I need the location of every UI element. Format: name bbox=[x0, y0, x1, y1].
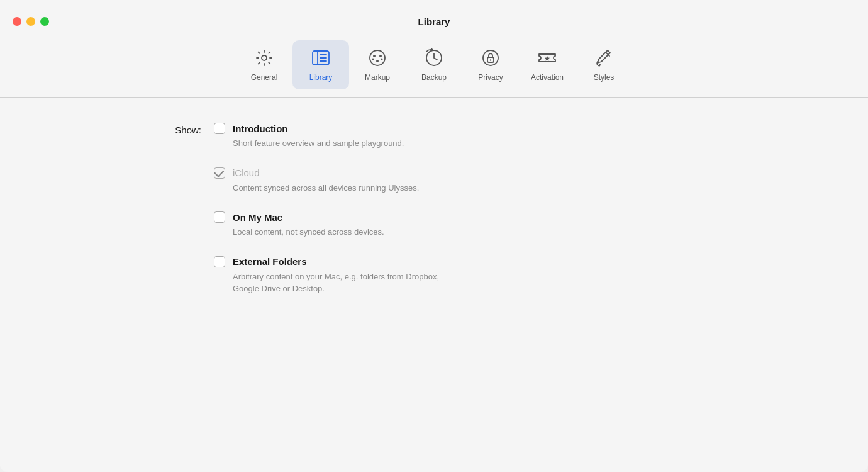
window-title: Library bbox=[418, 16, 450, 27]
introduction-checkbox[interactable] bbox=[214, 123, 225, 134]
tab-library[interactable]: Library bbox=[292, 40, 349, 89]
option-on-my-mac-row: On My Mac bbox=[214, 211, 439, 223]
introduction-desc: Short feature overview and sample playgr… bbox=[214, 137, 439, 150]
tab-privacy[interactable]: Privacy bbox=[462, 40, 519, 89]
icloud-title: iCloud bbox=[233, 167, 260, 178]
app-window: Library General bbox=[0, 0, 868, 472]
minimize-button[interactable] bbox=[26, 17, 35, 26]
option-introduction-row: Introduction bbox=[214, 123, 439, 134]
svg-point-13 bbox=[483, 50, 498, 65]
svg-point-9 bbox=[376, 60, 379, 62]
introduction-title: Introduction bbox=[233, 123, 287, 134]
external-folders-title: External Folders bbox=[233, 256, 307, 267]
ticket-star-icon bbox=[536, 47, 559, 69]
svg-point-11 bbox=[381, 59, 383, 60]
svg-point-8 bbox=[379, 55, 382, 57]
option-on-my-mac: On My Mac Local content, not synced acro… bbox=[214, 211, 439, 239]
svg-point-7 bbox=[373, 55, 376, 57]
option-icloud-row: iCloud bbox=[214, 167, 439, 179]
option-icloud: iCloud Content synced across all devices… bbox=[214, 167, 439, 194]
sidebar-icon bbox=[309, 47, 332, 69]
icloud-desc: Content synced across all devices runnin… bbox=[214, 182, 439, 194]
tab-styles[interactable]: Styles bbox=[576, 40, 632, 89]
gear-icon bbox=[253, 47, 275, 69]
tab-styles-label: Styles bbox=[594, 73, 615, 82]
external-folders-checkbox[interactable] bbox=[214, 256, 225, 267]
palette-icon bbox=[366, 47, 389, 69]
paintbrush-icon bbox=[593, 47, 615, 69]
lock-icon bbox=[479, 47, 502, 69]
svg-point-0 bbox=[262, 55, 267, 60]
tab-markup[interactable]: Markup bbox=[349, 40, 406, 89]
tab-backup-label: Backup bbox=[421, 73, 447, 82]
tab-general[interactable]: General bbox=[236, 40, 292, 89]
option-external-folders-row: External Folders bbox=[214, 256, 439, 267]
icloud-checkbox[interactable] bbox=[214, 167, 225, 179]
toolbar: General Library bbox=[0, 33, 868, 89]
tab-library-label: Library bbox=[309, 73, 333, 82]
tab-privacy-label: Privacy bbox=[478, 73, 503, 82]
option-external-folders: External Folders Arbitrary content on yo… bbox=[214, 256, 439, 295]
options-list: Introduction Short feature overview and … bbox=[214, 123, 439, 313]
on-my-mac-checkbox[interactable] bbox=[214, 211, 225, 223]
tab-markup-label: Markup bbox=[365, 73, 390, 82]
maximize-button[interactable] bbox=[40, 17, 49, 26]
svg-marker-16 bbox=[545, 56, 550, 61]
external-folders-desc: Arbitrary content on your Mac, e.g. fold… bbox=[214, 271, 439, 295]
tab-activation-label: Activation bbox=[531, 73, 564, 82]
on-my-mac-desc: Local content, not synced across devices… bbox=[214, 226, 439, 239]
close-button[interactable] bbox=[13, 17, 21, 26]
title-bar: Library bbox=[0, 0, 868, 33]
show-section: Show: Introduction Short feature overvie… bbox=[164, 123, 868, 313]
svg-point-15 bbox=[490, 59, 491, 60]
on-my-mac-title: On My Mac bbox=[233, 212, 282, 223]
tab-backup[interactable]: Backup bbox=[406, 40, 462, 89]
tab-activation[interactable]: Activation bbox=[519, 40, 576, 89]
traffic-lights bbox=[13, 17, 49, 26]
svg-point-6 bbox=[370, 50, 385, 65]
content-area: Show: Introduction Short feature overvie… bbox=[0, 98, 868, 472]
clock-arrow-icon bbox=[423, 47, 445, 69]
show-label: Show: bbox=[164, 123, 214, 135]
tab-general-label: General bbox=[251, 73, 278, 82]
svg-point-10 bbox=[372, 59, 374, 60]
option-introduction: Introduction Short feature overview and … bbox=[214, 123, 439, 150]
